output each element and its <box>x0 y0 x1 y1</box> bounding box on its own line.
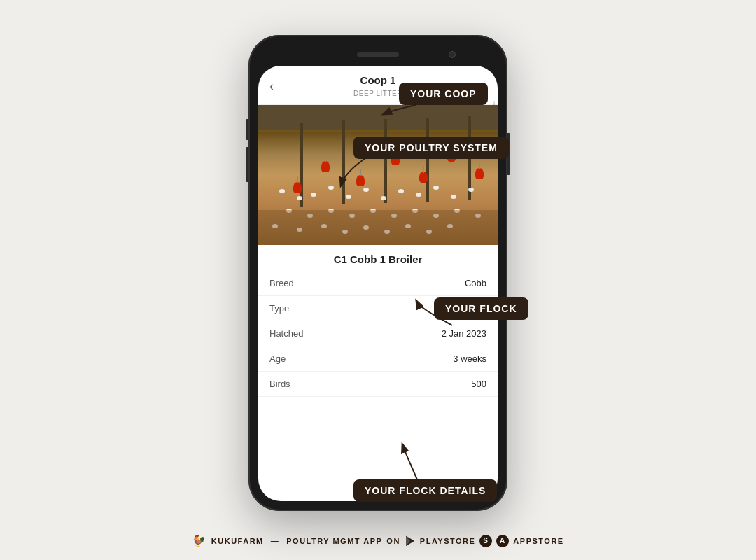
coop-support <box>384 119 387 203</box>
ground-overlay <box>258 210 498 245</box>
chicken <box>468 188 474 192</box>
coop-scene <box>258 105 498 245</box>
chicken <box>297 196 302 200</box>
chicken <box>398 189 404 193</box>
coop-name-label: Coop 1 <box>354 74 402 86</box>
chicken <box>279 189 285 193</box>
chicken <box>451 195 456 199</box>
coop-support <box>300 122 303 206</box>
coop-support <box>342 120 345 204</box>
back-button[interactable]: ‹ <box>270 79 274 94</box>
breed-label: Breed <box>270 278 294 288</box>
detail-row-hatched: Hatched 2 Jan 2023 <box>258 321 498 346</box>
coop-ceiling <box>258 105 498 130</box>
feeder <box>475 168 484 179</box>
tooltip-your-coop: YOUR COOP <box>399 83 488 105</box>
footer-divider: — <box>271 537 280 545</box>
chicken <box>328 186 334 190</box>
chicken <box>363 188 369 192</box>
footer-desc: POULTRY MGMT APP <box>286 537 382 545</box>
detail-row-age: Age 3 weeks <box>258 346 498 372</box>
appstore-label: APPSTORE <box>513 537 564 545</box>
playstore-icon <box>405 536 416 547</box>
feeder <box>293 182 302 193</box>
brand-rooster-icon: 🐓 <box>192 534 207 547</box>
earpiece-speaker <box>357 52 399 57</box>
detail-row-breed: Breed Cobb <box>258 271 498 296</box>
front-camera <box>449 51 456 58</box>
coop-image <box>258 105 498 245</box>
footer-on-label: ON <box>386 537 400 545</box>
age-label: Age <box>270 354 286 364</box>
feeder <box>419 172 428 183</box>
chicken <box>416 192 421 197</box>
type-label: Type <box>270 303 289 314</box>
volume-up-button <box>246 147 248 182</box>
birds-value: 500 <box>471 379 486 389</box>
phone-screen: ‹ Coop 1 DEEP LITTER <box>258 66 498 501</box>
volume-down-button <box>246 119 248 140</box>
coop-type-label: DEEP LITTER <box>354 90 402 97</box>
chicken <box>346 195 351 199</box>
coop-support <box>426 118 429 202</box>
tooltip-your-flock: YOUR FLOCK <box>434 298 528 320</box>
birds-label: Birds <box>270 379 290 389</box>
tooltip-your-flock-details: YOUR FLOCK DETAILS <box>354 479 497 502</box>
detail-row-birds: Birds 500 <box>258 372 498 397</box>
appstore-icon: S <box>479 535 492 547</box>
footer: 🐓 KUKUFARM — POULTRY MGMT APP ON PLAYSTO… <box>0 534 756 547</box>
phone-frame: ‹ Coop 1 DEEP LITTER <box>248 35 507 511</box>
breed-value: Cobb <box>465 278 486 288</box>
feeder <box>321 161 330 172</box>
chicken <box>311 192 316 197</box>
brand-name: KUKUFARM <box>211 537 264 545</box>
age-value: 3 weeks <box>453 354 486 364</box>
hatched-label: Hatched <box>270 328 303 339</box>
feeder <box>356 175 365 186</box>
tooltip-your-poultry-system: YOUR POULTRY SYSTEM <box>354 136 509 159</box>
chicken <box>381 196 386 200</box>
playstore-label: PLAYSTORE <box>420 537 476 545</box>
coop-title: Coop 1 DEEP LITTER <box>354 74 402 99</box>
flock-name: C1 Cobb 1 Broiler <box>258 245 498 271</box>
appstore-a-icon: A <box>496 535 509 547</box>
phone-notch <box>258 45 498 64</box>
chicken <box>433 186 439 190</box>
hatched-value: 2 Jan 2023 <box>442 328 486 339</box>
